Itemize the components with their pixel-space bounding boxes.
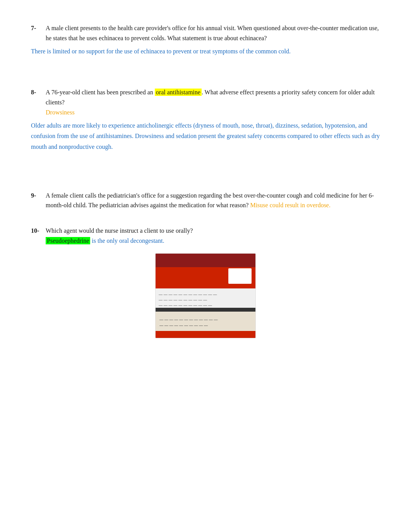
- question-8-answer: Older adults are more likely to experien…: [31, 120, 380, 152]
- question-10: 10- Which agent would the nurse instruct…: [31, 226, 380, 338]
- spacer-2b: [31, 183, 380, 191]
- question-10-number: 10-: [31, 226, 43, 246]
- med-text-lines: — — — — — — — — — — — — — — — — — — — — …: [159, 292, 217, 308]
- question-8: 8- A 76-year-old client has been prescri…: [31, 87, 380, 152]
- question-7-text: 7- A male client presents to the health …: [31, 23, 380, 43]
- question-8-highlight: oral antihistamine: [155, 89, 202, 96]
- medicine-box-container: — — — — — — — — — — — — — — — — — — — — …: [31, 253, 380, 338]
- question-8-body: A 76-year-old client has been prescribed…: [46, 87, 380, 117]
- question-9-body: A female client calls the pediatrician's…: [46, 191, 380, 210]
- medicine-box-image: — — — — — — — — — — — — — — — — — — — — …: [155, 253, 256, 338]
- question-9: 9- A female client calls the pediatricia…: [31, 191, 380, 210]
- question-10-answer-rest: is the only oral decongestant.: [90, 237, 164, 244]
- medicine-box-inner: — — — — — — — — — — — — — — — — — — — — …: [156, 254, 255, 338]
- question-7-number: 7-: [31, 23, 43, 43]
- question-7-answer: There is limited or no support for the u…: [31, 46, 380, 56]
- question-7: 7- A male client presents to the health …: [31, 23, 380, 56]
- question-10-text: 10- Which agent would the nurse instruct…: [31, 226, 380, 246]
- med-bottom-line1: — — — — — — — — — — — —: [159, 317, 252, 322]
- question-8-part1: A 76-year-old client has been prescribed…: [46, 89, 155, 95]
- med-bottom-line2: — — — — — — — — — —: [159, 323, 252, 327]
- question-8-answer-inline: Drowsiness: [46, 109, 75, 116]
- spacer-1: [31, 72, 380, 87]
- med-line2: — — — — — — — — — —: [159, 297, 217, 303]
- med-red-bottom: [156, 331, 255, 338]
- med-white-tab: [228, 268, 252, 284]
- question-7-body: A male client presents to the health car…: [46, 23, 380, 43]
- med-line1: — — — — — — — — — — — —: [159, 292, 217, 297]
- question-10-main: Which agent would the nurse instruct a c…: [46, 227, 193, 234]
- question-8-text: 8- A 76-year-old client has been prescri…: [31, 87, 380, 117]
- med-line3: — — — — — — — — — — —: [159, 303, 217, 308]
- question-9-number: 9-: [31, 191, 43, 210]
- question-10-highlight: Pseudoephedrine: [46, 237, 90, 244]
- question-8-number: 8-: [31, 87, 43, 117]
- question-9-text: 9- A female client calls the pediatricia…: [31, 191, 380, 210]
- question-9-answer-inline: Misuse could result in overdose.: [250, 202, 331, 208]
- question-10-body: Which agent would the nurse instruct a c…: [46, 226, 380, 246]
- spacer-2: [31, 167, 380, 183]
- med-top: [156, 254, 255, 267]
